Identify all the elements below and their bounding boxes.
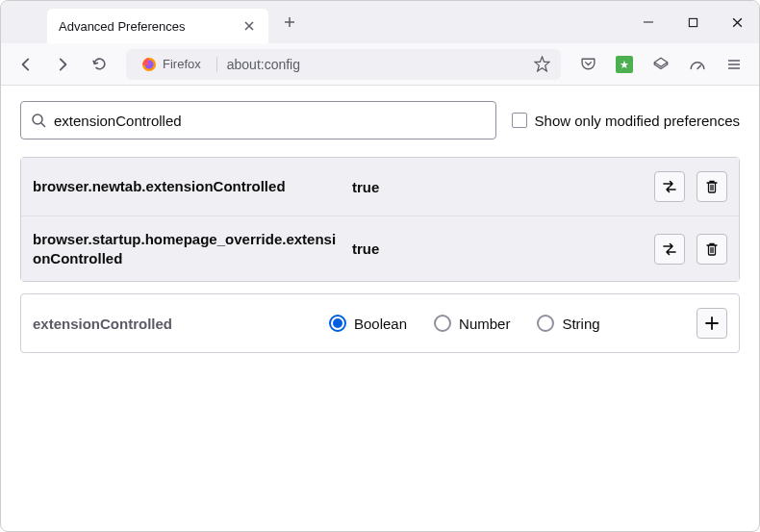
toggle-button[interactable] [654, 234, 685, 265]
radio-circle-icon [329, 315, 346, 332]
browser-tab[interactable]: Advanced Preferences [47, 9, 268, 43]
forward-button[interactable] [47, 49, 78, 80]
account-icon[interactable] [646, 49, 676, 80]
reload-button[interactable] [84, 49, 114, 80]
bookmark-star-icon[interactable] [530, 53, 553, 76]
firefox-icon [141, 57, 157, 72]
svg-rect-0 [689, 18, 697, 26]
maximize-button[interactable] [671, 1, 715, 43]
pocket-icon[interactable] [572, 49, 603, 80]
preferences-list: browser.newtab.extensionControlled true … [20, 157, 740, 282]
preference-row: browser.startup.homepage_override.extens… [21, 216, 739, 281]
about-config-content: Show only modified preferences browser.n… [1, 86, 759, 368]
preference-row: browser.newtab.extensionControlled true [21, 158, 739, 216]
close-window-button[interactable] [715, 1, 759, 43]
preference-value: true [352, 241, 643, 257]
add-button[interactable] [697, 308, 727, 339]
radio-label: Boolean [354, 316, 407, 332]
back-button[interactable] [11, 49, 41, 80]
radio-label: String [562, 316, 599, 332]
new-tab-button[interactable] [276, 9, 303, 36]
identity-label: Firefox [163, 57, 201, 71]
show-modified-checkbox[interactable] [512, 113, 527, 128]
toggle-button[interactable] [654, 171, 685, 202]
radio-string[interactable]: String [537, 315, 599, 332]
radio-circle-icon [434, 315, 451, 332]
titlebar: Advanced Preferences [1, 1, 759, 43]
extension-icon[interactable] [609, 49, 640, 80]
minimize-button[interactable] [626, 1, 671, 43]
tab-title: Advanced Preferences [59, 19, 234, 34]
hamburger-menu-icon[interactable] [719, 49, 749, 80]
new-preference-row: extensionControlled Boolean Number Strin… [20, 293, 740, 353]
search-box[interactable] [20, 101, 496, 139]
close-tab-icon[interactable] [241, 18, 257, 34]
radio-boolean[interactable]: Boolean [329, 315, 407, 332]
type-radio-group: Boolean Number String [329, 315, 679, 332]
radio-number[interactable]: Number [434, 315, 510, 332]
show-modified-label: Show only modified preferences [535, 113, 740, 129]
delete-button[interactable] [697, 234, 727, 265]
profiler-icon[interactable] [682, 49, 713, 80]
toggle-icon [661, 241, 678, 258]
radio-label: Number [459, 316, 510, 332]
search-icon [31, 113, 46, 128]
search-input[interactable] [54, 113, 486, 129]
delete-button[interactable] [697, 171, 727, 202]
preference-name: browser.newtab.extensionControlled [33, 177, 341, 196]
new-preference-name: extensionControlled [33, 316, 312, 332]
preference-name: browser.startup.homepage_override.extens… [33, 230, 341, 267]
trash-icon [704, 241, 720, 257]
trash-icon [704, 179, 720, 194]
identity-box[interactable]: Firefox [134, 55, 209, 74]
url-text: about:config [216, 57, 522, 72]
preference-value: true [352, 179, 643, 195]
plus-icon [704, 316, 720, 331]
radio-circle-icon [537, 315, 554, 332]
url-bar[interactable]: Firefox about:config [126, 49, 561, 80]
browser-toolbar: Firefox about:config [1, 43, 759, 86]
toggle-icon [661, 178, 678, 195]
